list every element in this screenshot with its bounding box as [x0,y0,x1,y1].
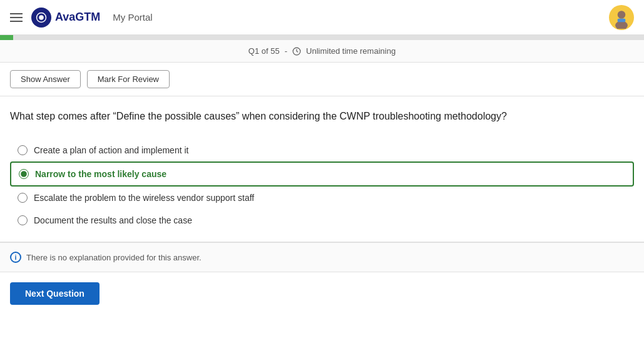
question-info-bar: Q1 of 55 - Unlimited time remaining [0,40,644,63]
mark-for-review-button[interactable]: Mark For Review [87,70,170,88]
options-list: Create a plan of action and implement it… [10,139,634,232]
info-icon: i [10,252,21,263]
time-remaining-label: Unlimited time remaining [306,46,396,56]
question-section: What step comes after “Define the possib… [0,96,644,242]
app-header: AvaGTM My Portal [0,0,644,35]
svg-rect-5 [618,18,626,21]
svg-point-3 [618,11,626,19]
action-bar: Show Answer Mark For Review [0,63,644,96]
option-b-radio[interactable] [19,169,29,179]
option-b[interactable]: Narrow to the most likely cause [10,161,634,187]
next-question-button[interactable]: Next Question [10,282,100,305]
separator: - [285,46,287,56]
next-bar: Next Question [0,272,644,315]
svg-point-1 [39,15,44,20]
user-avatar-icon[interactable] [609,5,634,30]
avagtm-logo-icon [31,8,51,28]
option-d-radio[interactable] [18,215,28,225]
option-a[interactable]: Create a plan of action and implement it [10,139,634,161]
progress-bar-container [0,35,644,40]
clock-icon [292,47,301,56]
option-d-label: Document the results and close the case [34,215,192,225]
question-counter: Q1 of 55 [248,46,280,56]
option-b-label: Narrow to the most likely cause [35,169,166,179]
question-text: What step comes after “Define the possib… [10,109,634,124]
my-portal-link[interactable]: My Portal [113,12,152,23]
explanation-text: There is no explanation provided for thi… [26,253,202,262]
brand-name: AvaGTM [55,11,100,24]
option-a-radio[interactable] [18,145,28,155]
progress-bar-fill [0,35,13,40]
option-a-label: Create a plan of action and implement it [34,145,188,155]
option-c[interactable]: Escalate the problem to the wireless ven… [10,187,634,209]
option-d[interactable]: Document the results and close the case [10,209,634,232]
option-c-radio[interactable] [18,193,28,203]
option-c-label: Escalate the problem to the wireless ven… [34,193,254,203]
explanation-bar: i There is no explanation provided for t… [0,242,644,272]
show-answer-button[interactable]: Show Answer [10,70,81,88]
hamburger-menu-button[interactable] [10,13,23,22]
